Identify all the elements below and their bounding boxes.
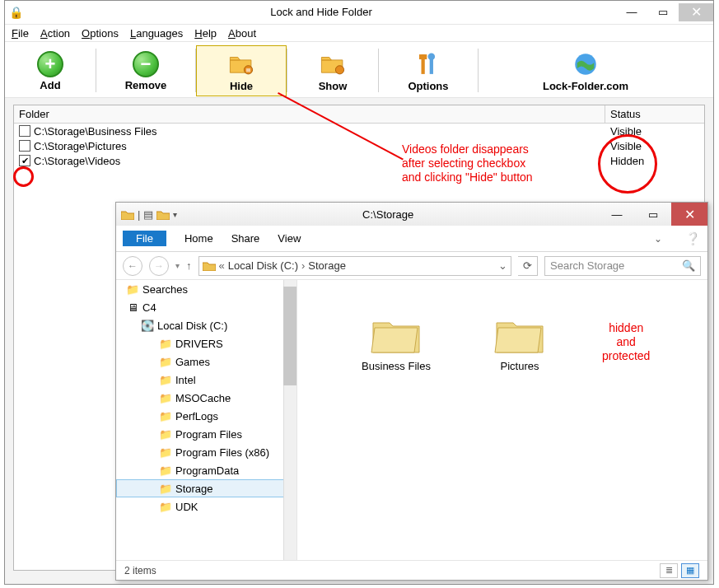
back-button[interactable]: ← xyxy=(123,256,142,276)
menu-about[interactable]: About xyxy=(228,27,256,40)
explorer-titlebar: | ▤ ▾ C:\Storage — ▭ ✕ xyxy=(116,203,707,226)
minimize-button[interactable]: — xyxy=(616,3,647,21)
breadcrumb-seg[interactable]: Local Disk (C:) xyxy=(228,259,298,272)
tree-label: Storage xyxy=(175,483,213,495)
tree-icon: 📁 xyxy=(159,501,172,513)
tree-icon: 📁 xyxy=(159,338,172,350)
tree-item[interactable]: 💽Local Disk (C:) xyxy=(116,316,296,334)
website-button[interactable]: Lock-Folder.com xyxy=(479,45,693,96)
content-folder[interactable]: Pictures xyxy=(479,313,561,372)
folder-icon xyxy=(370,313,423,357)
tree-label: PerfLogs xyxy=(175,410,218,422)
show-button[interactable]: Show xyxy=(287,45,378,96)
folder-path: C:\Storage\Videos xyxy=(34,155,605,167)
options-button[interactable]: Options xyxy=(379,45,478,96)
tree-item[interactable]: 📁Intel xyxy=(116,371,296,389)
tree-label: UDK xyxy=(175,501,198,513)
ribbon-home-tab[interactable]: Home xyxy=(184,232,213,245)
svg-point-6 xyxy=(428,53,436,60)
content-folder-label: Business Files xyxy=(355,360,437,372)
tree-item[interactable]: 📁Storage xyxy=(116,479,296,497)
checkbox[interactable] xyxy=(19,125,30,137)
explorer-content[interactable]: Business Files Pictures hidden and prote… xyxy=(297,280,707,560)
menubar: File Action Options Languages Help About xyxy=(5,24,713,42)
tree-label: C4 xyxy=(142,301,156,314)
tree-item[interactable]: 📁Program Files (x86) xyxy=(116,443,296,461)
titlebar: 🔒 Lock and Hide Folder — ▭ ✕ xyxy=(5,1,713,24)
app-icon: 🔒 xyxy=(5,1,26,24)
view-icons-button[interactable]: ▦ xyxy=(681,563,699,578)
explorer-close-button[interactable]: ✕ xyxy=(671,203,707,226)
forward-button[interactable]: → xyxy=(149,256,169,276)
menu-action[interactable]: Action xyxy=(40,27,70,40)
tree-item[interactable]: 📁Searches xyxy=(116,280,296,298)
tree-item[interactable]: 📁PerfLogs xyxy=(116,407,296,425)
remove-button[interactable]: − Remove xyxy=(96,45,195,96)
ribbon-view-tab[interactable]: View xyxy=(278,232,301,245)
explorer-maximize-button[interactable]: ▭ xyxy=(635,203,671,226)
tree-item[interactable]: 📁Games xyxy=(116,352,296,371)
refresh-button[interactable]: ⟳ xyxy=(518,256,538,276)
chevron-down-icon[interactable]: ⌄ xyxy=(498,259,507,272)
content-folder[interactable]: Business Files xyxy=(355,313,437,372)
checkbox[interactable] xyxy=(19,155,30,166)
help-icon[interactable]: ❔ xyxy=(685,231,701,246)
tree-label: Searches xyxy=(142,283,188,296)
hide-button[interactable]: Hide xyxy=(196,45,287,96)
search-placeholder: Search Storage xyxy=(550,259,624,272)
tree-label: Local Disk (C:) xyxy=(157,320,227,332)
qa-doc-icon[interactable]: ▤ xyxy=(143,208,153,221)
ribbon-share-tab[interactable]: Share xyxy=(231,232,260,245)
history-dropdown-icon[interactable]: ▾ xyxy=(175,261,180,270)
folder-icon[interactable] xyxy=(156,209,170,220)
table-row[interactable]: C:\Storage\Business Files Visible xyxy=(14,124,704,138)
ribbon-file-tab[interactable]: File xyxy=(123,231,166,246)
search-icon: 🔍 xyxy=(682,259,695,272)
tree-item[interactable]: 📁ProgramData xyxy=(116,461,296,479)
close-button[interactable]: ✕ xyxy=(679,3,713,21)
table-row[interactable]: C:\Storage\Pictures Visible xyxy=(14,138,704,153)
explorer-title: C:\Storage xyxy=(177,208,599,221)
view-details-button[interactable]: ≣ xyxy=(660,563,678,578)
ribbon-collapse-icon[interactable]: ⌄ xyxy=(649,233,667,245)
folder-icon xyxy=(121,209,134,220)
tree-item[interactable]: 📁DRIVERS xyxy=(116,334,296,352)
show-label: Show xyxy=(319,80,348,92)
menu-help[interactable]: Help xyxy=(194,27,217,40)
svg-rect-1 xyxy=(246,68,250,72)
tree-icon: 📁 xyxy=(159,356,172,368)
menu-options[interactable]: Options xyxy=(82,27,119,40)
maximize-button[interactable]: ▭ xyxy=(647,3,679,21)
tree-label: Intel xyxy=(175,374,196,386)
col-folder[interactable]: Folder xyxy=(14,105,605,123)
tree-item[interactable]: 📁Program Files xyxy=(116,425,296,443)
hide-label: Hide xyxy=(230,80,253,92)
explorer-minimize-button[interactable]: — xyxy=(599,203,635,226)
tree-icon: 📁 xyxy=(159,464,172,477)
menu-file[interactable]: File xyxy=(12,27,29,40)
plus-icon: + xyxy=(37,51,63,77)
tree-icon: 📁 xyxy=(159,392,172,404)
tree-label: Games xyxy=(175,356,210,368)
tree-item[interactable]: 📁UDK xyxy=(116,497,296,516)
up-button[interactable]: ↑ xyxy=(186,259,192,272)
address-box[interactable]: « Local Disk (C:) › Storage ⌄ xyxy=(198,256,512,276)
tree-label: Program Files xyxy=(175,428,242,441)
add-button[interactable]: + Add xyxy=(5,45,96,96)
menu-languages[interactable]: Languages xyxy=(130,27,183,40)
content-folder-label: Pictures xyxy=(479,360,561,372)
col-status[interactable]: Status xyxy=(605,105,704,123)
table-row[interactable]: C:\Storage\Videos Hidden xyxy=(14,153,704,168)
explorer-tree[interactable]: 📁Searches🖥C4💽Local Disk (C:)📁DRIVERS📁Gam… xyxy=(116,280,297,560)
checkbox[interactable] xyxy=(19,140,30,152)
website-label: Lock-Folder.com xyxy=(543,80,628,92)
folder-icon xyxy=(203,260,216,271)
breadcrumb-seg[interactable]: Storage xyxy=(308,259,346,272)
tree-item[interactable]: 🖥C4 xyxy=(116,298,296,316)
tree-icon: 💽 xyxy=(141,320,154,332)
tree-item[interactable]: 📁MSOCache xyxy=(116,389,296,407)
tree-scrollbar-thumb[interactable] xyxy=(283,287,296,385)
search-input[interactable]: Search Storage 🔍 xyxy=(544,256,701,276)
options-label: Options xyxy=(408,80,448,92)
explorer-statusbar: 2 items ≣ ▦ xyxy=(116,560,707,580)
